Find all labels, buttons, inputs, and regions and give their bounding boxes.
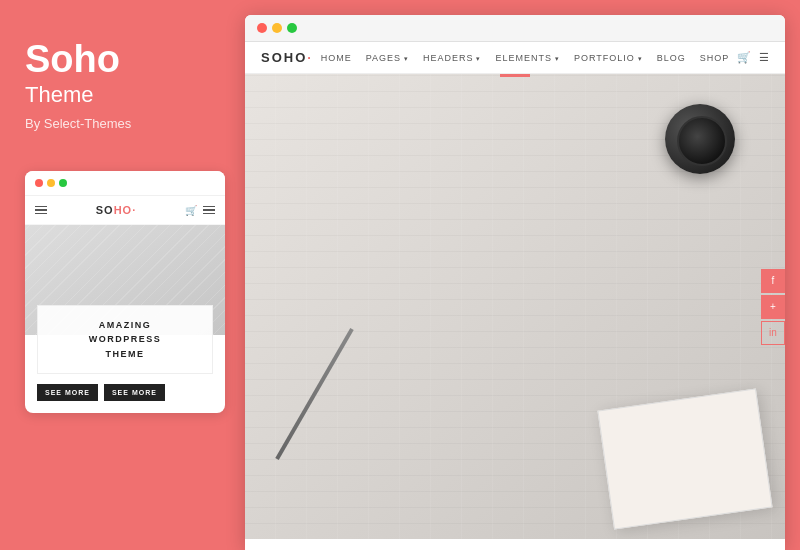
google-plus-icon: + (770, 301, 776, 312)
menu-line-3 (203, 213, 215, 215)
mobile-cart-icon[interactable]: 🛒 (185, 205, 197, 216)
theme-title: Soho (25, 40, 120, 78)
theme-author: By Select-Themes (25, 116, 131, 131)
mobile-nav: SOHO· 🛒 (25, 196, 225, 225)
notebook-decoration (597, 388, 772, 529)
dot-red (35, 179, 43, 187)
desktop-dot-green (287, 23, 297, 33)
hero-background: f + in (245, 74, 785, 539)
mobile-see-more-button-2[interactable]: SEE MORE (104, 384, 165, 401)
nav-link-blog[interactable]: BLOG (657, 53, 686, 63)
nav-link-elements[interactable]: ELEMENTS (495, 53, 559, 63)
mobile-text-card: AMAZING WORDPRESS THEME (37, 305, 213, 374)
browser-dots (35, 179, 67, 187)
desktop-browser-dots (257, 23, 297, 33)
mobile-browser-topbar (25, 171, 225, 196)
left-panel: Soho Theme By Select-Themes (0, 0, 245, 550)
hamburger-line-2 (35, 209, 47, 211)
social-sidebar: f + in (761, 269, 785, 345)
camera-decoration (665, 104, 735, 174)
menu-line-1 (203, 206, 215, 208)
mobile-cta-buttons: SEE MORE SEE MORE (25, 374, 225, 413)
desktop-nav-right: 🛒 ☰ (737, 51, 769, 64)
hamburger-line-3 (35, 213, 47, 215)
mobile-hero-line3: THEME (106, 349, 145, 359)
mobile-preview-card: SOHO· 🛒 AMAZING WOR (25, 171, 225, 413)
mobile-menu-icon[interactable] (203, 206, 215, 215)
linkedin-icon: in (769, 327, 777, 338)
desktop-logo-dot: · (307, 50, 313, 65)
desktop-menu-icon[interactable]: ☰ (759, 51, 769, 64)
mobile-logo: SOHO· (96, 204, 136, 216)
social-button-google[interactable]: + (761, 295, 785, 319)
mobile-hero-line2: WORDPRESS (89, 334, 162, 344)
mobile-hero-text: AMAZING WORDPRESS THEME (52, 318, 198, 361)
mobile-nav-icons: 🛒 (185, 205, 215, 216)
nav-link-portfolio[interactable]: PORTFOLIO (574, 53, 643, 63)
mobile-hamburger-icon[interactable] (35, 206, 47, 215)
mobile-logo-accent: HO· (114, 204, 137, 216)
dot-yellow (47, 179, 55, 187)
desktop-cart-icon[interactable]: 🛒 (737, 51, 751, 64)
mobile-see-more-button-1[interactable]: SEE MORE (37, 384, 98, 401)
main-container: Soho Theme By Select-Themes (0, 0, 800, 550)
nav-link-headers[interactable]: HEADERS (423, 53, 481, 63)
facebook-icon: f (772, 275, 775, 286)
desktop-logo: SOHO· (261, 50, 313, 65)
menu-line-2 (203, 209, 215, 211)
pen-decoration (275, 328, 353, 460)
desktop-nav: SOHO· HOME PAGES HEADERS ELEMENTS PORTFO… (245, 42, 785, 74)
social-button-facebook[interactable]: f (761, 269, 785, 293)
nav-link-shop[interactable]: SHOP (700, 53, 730, 63)
nav-link-home[interactable]: HOME (321, 53, 352, 63)
desktop-browser-topbar (245, 15, 785, 42)
desktop-preview-panel: SOHO· HOME PAGES HEADERS ELEMENTS PORTFO… (245, 15, 785, 550)
nav-link-pages[interactable]: PAGES (366, 53, 409, 63)
hamburger-line-1 (35, 206, 47, 208)
desktop-dot-yellow (272, 23, 282, 33)
desktop-nav-links: HOME PAGES HEADERS ELEMENTS PORTFOLIO BL… (321, 53, 730, 63)
desktop-dot-red (257, 23, 267, 33)
dot-green (59, 179, 67, 187)
desktop-hero: f + in (245, 74, 785, 539)
theme-subtitle: Theme (25, 82, 93, 108)
mobile-hero-line1: AMAZING (99, 320, 152, 330)
red-accent-bar (500, 74, 530, 77)
social-button-linkedin[interactable]: in (761, 321, 785, 345)
